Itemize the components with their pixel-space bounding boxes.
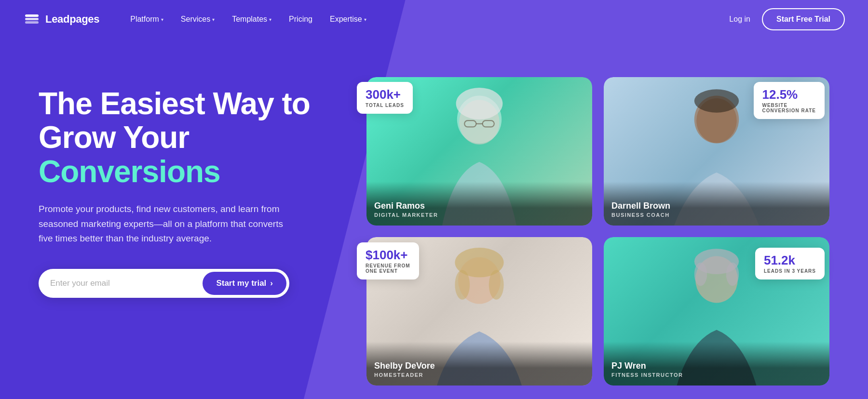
chevron-down-icon: ▾ bbox=[161, 17, 163, 22]
svg-point-18 bbox=[694, 263, 707, 286]
pj-name: PJ Wren bbox=[611, 361, 822, 371]
svg-point-15 bbox=[489, 270, 504, 300]
svg-point-14 bbox=[455, 270, 470, 300]
logo[interactable]: Leadpages bbox=[23, 11, 99, 28]
stat-label-leads-3years: LEADS IN 3 YEARS bbox=[764, 268, 816, 274]
stat-value-100k: $100k+ bbox=[366, 248, 410, 262]
nav-links: Platform ▾ Services ▾ Templates ▾ Pricin… bbox=[122, 11, 729, 27]
stat-label-revenue: REVENUE FROMONE EVENT bbox=[366, 263, 410, 274]
darnell-name: Darnell Brown bbox=[611, 201, 822, 211]
hero-subtext: Promote your products, find new customer… bbox=[39, 202, 299, 246]
svg-rect-1 bbox=[25, 18, 39, 20]
shelby-role: HOMESTEADER bbox=[374, 372, 584, 378]
hero-heading: The Easiest Way to Grow Your Conversions bbox=[39, 87, 338, 188]
nav-item-pricing[interactable]: Pricing bbox=[281, 11, 320, 27]
nav-item-platform[interactable]: Platform ▾ bbox=[122, 11, 171, 27]
geni-role: DIGITAL MARKETER bbox=[374, 212, 584, 218]
login-link[interactable]: Log in bbox=[729, 15, 750, 24]
stat-badge-conversion-rate: 12.5% WEBSITECONVERSION RATE bbox=[754, 82, 825, 119]
start-trial-button[interactable]: Start my trial › bbox=[203, 272, 286, 295]
geni-label: Geni Ramos DIGITAL MARKETER bbox=[366, 182, 592, 226]
stat-label-conversion-rate: WEBSITECONVERSION RATE bbox=[762, 103, 816, 113]
start-free-trial-button[interactable]: Start Free Trial bbox=[762, 8, 845, 30]
email-form: Start my trial › bbox=[39, 269, 289, 298]
logo-icon bbox=[23, 11, 41, 28]
chevron-down-icon: ▾ bbox=[364, 17, 366, 22]
chevron-down-icon: ▾ bbox=[269, 17, 271, 22]
stat-label-total-leads: TOTAL LEADS bbox=[366, 103, 404, 108]
stat-badge-leads-3years: 51.2k LEADS IN 3 YEARS bbox=[755, 248, 825, 279]
stat-value-125: 12.5% bbox=[762, 88, 816, 102]
shelby-name: Shelby DeVore bbox=[374, 361, 584, 371]
svg-point-19 bbox=[726, 263, 739, 286]
navigation: Leadpages Platform ▾ Services ▾ Template… bbox=[0, 0, 868, 39]
svg-point-5 bbox=[456, 88, 503, 120]
svg-rect-0 bbox=[25, 21, 39, 24]
svg-rect-2 bbox=[25, 14, 39, 17]
stat-value-300k: 300k+ bbox=[366, 88, 404, 102]
testimonial-cards-area: 300k+ TOTAL LEADS 12.5% WEBSITECONVERSIO… bbox=[366, 67, 829, 395]
darnell-label: Darnell Brown BUSINESS COACH bbox=[604, 182, 829, 226]
nav-item-services[interactable]: Services ▾ bbox=[173, 11, 222, 27]
darnell-role: BUSINESS COACH bbox=[611, 212, 822, 218]
hero-content: The Easiest Way to Grow Your Conversions… bbox=[39, 67, 338, 298]
stat-badge-revenue: $100k+ REVENUE FROMONE EVENT bbox=[357, 242, 419, 279]
nav-item-expertise[interactable]: Expertise ▾ bbox=[322, 11, 374, 27]
arrow-icon: › bbox=[270, 279, 273, 288]
chevron-down-icon: ▾ bbox=[212, 17, 215, 22]
svg-point-11 bbox=[694, 89, 739, 112]
geni-name: Geni Ramos bbox=[374, 201, 584, 211]
logo-text: Leadpages bbox=[45, 13, 99, 26]
pj-label: PJ Wren FITNESS INSTRUCTOR bbox=[604, 342, 829, 386]
stat-badge-total-leads: 300k+ TOTAL LEADS bbox=[357, 82, 413, 114]
nav-item-templates[interactable]: Templates ▾ bbox=[224, 11, 279, 27]
email-input[interactable] bbox=[50, 275, 203, 292]
hero-section: The Easiest Way to Grow Your Conversions… bbox=[0, 39, 868, 399]
stat-value-512k: 51.2k bbox=[764, 253, 816, 267]
shelby-label: Shelby DeVore HOMESTEADER bbox=[366, 342, 592, 386]
nav-right: Log in Start Free Trial bbox=[729, 8, 845, 30]
pj-role: FITNESS INSTRUCTOR bbox=[611, 372, 822, 378]
